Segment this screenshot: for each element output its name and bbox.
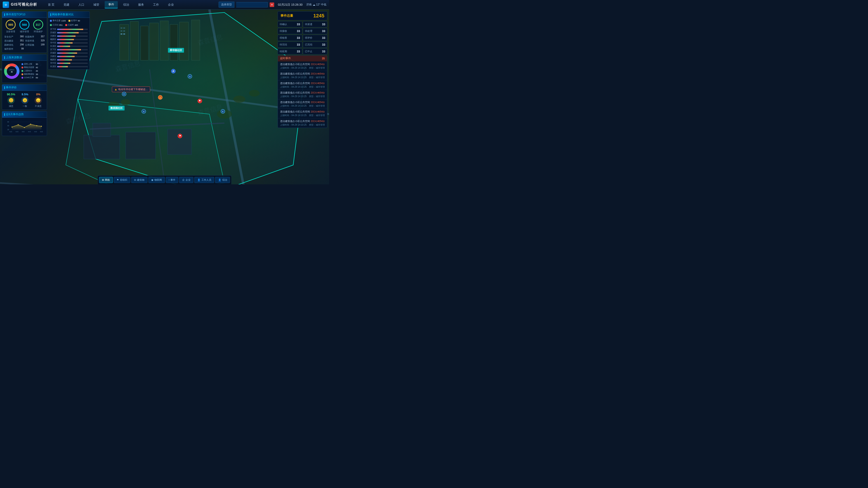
bar-row-3: 槐荫区: [50, 38, 88, 41]
event-report-time-0: 上报时间：04-29 14:10:25: [280, 66, 307, 70]
legend-dot-residents: [22, 63, 23, 65]
event-type-2: 违法建设 351: [4, 39, 24, 43]
event-types-title: 事件类型TOP10: [6, 13, 25, 17]
status-pending-confirm[interactable]: 待确认 33: [278, 21, 302, 27]
status-pending-eval[interactable]: 得评价 33: [303, 35, 328, 41]
legend-dot-iot: [22, 73, 23, 75]
eval-neutral-label: 一般: [23, 105, 27, 108]
marker-warning[interactable]: △: [158, 95, 162, 100]
nav-urban[interactable]: 城管: [90, 1, 103, 8]
toolbar-worker-btn[interactable]: 👤 工作人员: [194, 177, 214, 183]
marker-party-2[interactable]: ⚑: [178, 134, 182, 138]
legend-label-iot: 物联网感知: [24, 73, 34, 76]
legend-label-superior: 上级转办: [24, 69, 32, 72]
toolbar-building-btn[interactable]: ⊟ 建筑物: [131, 177, 147, 183]
event-report-time-3: 上报时间：04-29 14:10:25: [280, 95, 307, 98]
event-title-row-1: 违法建筑侵占小区公共空间 2天3小时54分: [280, 72, 325, 75]
status-name-9: 已中止: [305, 50, 312, 53]
search-input[interactable]: [236, 2, 268, 7]
toolbar-events-btn[interactable]: ! 事件: [166, 177, 178, 183]
status-pending-dispatch[interactable]: 待派遣 33: [303, 21, 328, 27]
bar-container-11: [57, 66, 88, 67]
toolbar-govn-btn[interactable]: 👤 综治: [215, 177, 230, 183]
nav-enterprise[interactable]: 企业: [164, 1, 178, 8]
report-source-title: 上报来源数据: [6, 56, 22, 59]
event-name-0: 安全生产: [4, 35, 13, 38]
bar-fill-6: [57, 49, 81, 51]
nav-population[interactable]: 人口: [75, 1, 88, 8]
svg-text:60: 60: [7, 121, 9, 123]
event-report-time-2: 上报时间：04-29 14:10:25: [280, 86, 307, 89]
event-title-row-3: 违法建筑侵占小区公共空间 2天3小时54分: [280, 91, 325, 94]
toolbar-iot-btn[interactable]: ◉ 物联网: [148, 177, 165, 183]
eval-row: 90.5% 😊 满意 9.5% 😐 一般 0% 😞 不满意: [2, 91, 47, 109]
eval-neutral-pct: 9.5%: [22, 93, 29, 96]
toolbar-grid-btn[interactable]: ⊞ 网格: [99, 177, 113, 183]
bar-fill-3: [57, 39, 74, 40]
trend-card: 近6月事件趋势 60 40 20: [2, 111, 47, 136]
legend-12345: 12345工单 89: [22, 76, 38, 79]
search-type-select[interactable]: 选择类型: [219, 2, 235, 8]
event-eval-card: 事件评价 90.5% 😊 满意 9.5% 😐 一般 0% 😞 不满意: [2, 84, 47, 110]
event-item-0[interactable]: 违法建筑侵占小区公共空间 2天3小时54分 上报时间：04-29 14:10:2…: [278, 61, 327, 71]
status-num-7: 33: [322, 43, 325, 46]
gauge-env-value: 317: [36, 23, 41, 26]
event-title-1: 违法建筑侵占小区公共空间: [280, 72, 310, 75]
logo-area: ⊕ GIS可视化分析: [0, 2, 40, 8]
nav-home[interactable]: 首 页: [44, 1, 58, 8]
toolbar-enterprise-label: 企业: [186, 178, 191, 182]
svg-point-44: [18, 124, 19, 125]
event-count-1: 357: [41, 35, 44, 38]
status-pending-receive[interactable]: 待接收 33: [278, 28, 302, 34]
svg-text:40: 40: [7, 125, 9, 127]
nav-govn[interactable]: 综治: [120, 1, 133, 8]
bar-row-2: 天桥区: [50, 35, 88, 37]
svg-point-47: [36, 125, 37, 126]
event-item-5[interactable]: 违法建筑侵占小区公共空间 2天3小时54分 上报时间：04-29 14:10:2…: [278, 109, 327, 119]
trend-title: 近6月事件趋势: [6, 112, 24, 116]
nav-work[interactable]: 工作: [149, 1, 162, 8]
bar-row-8: 天桥区: [50, 55, 88, 58]
report-source-header: 上报来源数据: [2, 55, 47, 61]
nav-service[interactable]: 服务: [134, 1, 148, 8]
total-label: 事件总量: [281, 14, 293, 18]
status-closed[interactable]: 已完结 33: [303, 41, 328, 48]
event-type-2: 类型：城市管理: [309, 86, 325, 89]
event-name-6: 城市部件: [4, 47, 13, 51]
alert-popup: ▲ 电动车停在楼下车棚被盗...: [112, 87, 150, 92]
gauge-env-circle: 317: [33, 20, 43, 30]
event-item-2[interactable]: 违法建筑侵占小区公共空间 2天3小时54分 上报时间：04-29 14:10:2…: [278, 80, 327, 90]
event-item-4[interactable]: 违法建筑侵占小区公共空间 2天3小时54分 上报时间：04-29 14:10:2…: [278, 99, 327, 109]
status-num-9: 33: [322, 50, 325, 53]
marker-blue-1[interactable]: ●: [122, 92, 126, 96]
status-pending-process[interactable]: 待处理 33: [303, 28, 328, 34]
event-name-2: 违法建设: [4, 39, 13, 42]
marker-blue-4[interactable]: ●: [221, 109, 225, 113]
toolbar-party-btn[interactable]: ⚑ 党组织: [114, 177, 130, 183]
bar-container-1: [57, 32, 88, 33]
event-item-3[interactable]: 违法建筑侵占小区公共空间 2天3小时54分 上报时间：04-29 14:10:2…: [278, 90, 327, 99]
gauge-urban-label: 城市管理: [20, 30, 29, 33]
marker-party-1[interactable]: ⚑: [197, 99, 202, 103]
bar-label-7: 历城区: [50, 52, 56, 55]
nav-party[interactable]: 党建: [60, 1, 73, 8]
nav-events[interactable]: 事件: [105, 1, 118, 8]
status-num-0: 33: [297, 23, 300, 26]
event-item-6[interactable]: 违法建筑侵占小区公共空间 2天3小时54分 上报时间：04-29 14:10:2…: [278, 119, 327, 128]
status-terminated[interactable]: 已中止 33: [303, 48, 328, 55]
legend-num-12345: 89: [35, 76, 38, 79]
status-pending-close[interactable]: 待完结 33: [278, 41, 302, 48]
event-item-1[interactable]: 违法建筑侵占小区公共空间 2天3小时54分 上报时间：04-29 14:10:2…: [278, 71, 327, 80]
legend-iot: 物联网感知 38: [22, 73, 38, 76]
status-pending-delay[interactable]: 待延期 33: [278, 48, 302, 55]
gauge-security: 985 治安管理: [6, 20, 16, 33]
bar-fill-4: [57, 42, 72, 43]
toolbar-enterprise-btn[interactable]: 企 企业: [179, 177, 193, 183]
event-type-6: 城市部件 99: [4, 47, 24, 51]
search-clear-button[interactable]: ✕: [270, 2, 274, 7]
iot-icon: ◉: [151, 178, 153, 182]
stat-overdue-value: 465: [74, 24, 78, 26]
status-pending-check[interactable]: 得核查 33: [278, 35, 302, 41]
gauge-env-label: 环境保护: [34, 30, 43, 33]
bar-row-1: 历城区: [50, 31, 88, 34]
